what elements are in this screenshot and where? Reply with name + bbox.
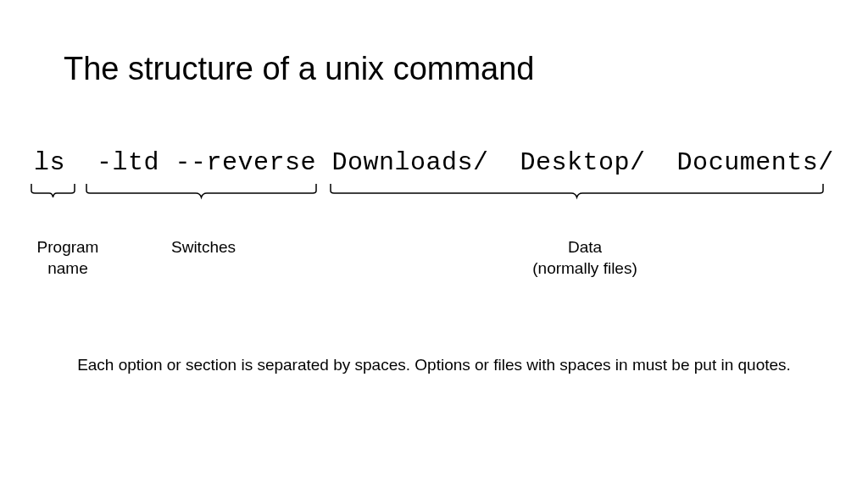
page-title: The structure of a unix command [64, 51, 534, 87]
label-data: Data(normally files) [500, 237, 670, 279]
brace-program [30, 182, 76, 206]
footnote-text: Each option or section is separated by s… [0, 356, 868, 374]
brace-switches [85, 182, 318, 206]
label-program-name: Program name [21, 237, 114, 279]
label-switches: Switches [148, 237, 259, 258]
brace-data [329, 182, 825, 206]
command-example: ls -ltd --reverse Downloads/ Desktop/ Do… [34, 148, 834, 177]
